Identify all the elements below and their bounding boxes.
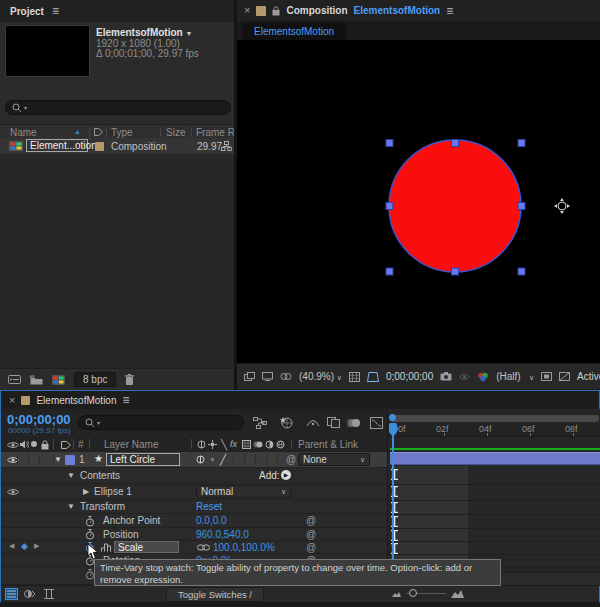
pixel-aspect-icon[interactable] — [541, 372, 552, 381]
close-icon[interactable]: × — [9, 395, 15, 406]
timeline-search-input[interactable]: ▾ — [78, 415, 244, 430]
expand-transform-triangle[interactable]: ▼ — [67, 502, 75, 511]
frame-blending-icon[interactable] — [327, 417, 340, 428]
project-item-title[interactable]: ElementsofMotion ▼ — [96, 27, 192, 38]
timeline-zoom-slider-knob[interactable] — [409, 589, 417, 597]
panel-menu-icon[interactable]: ≡ — [122, 394, 129, 406]
layer-collapse-switch[interactable] — [208, 455, 217, 464]
project-item-row[interactable]: Element...otion Composition 29.97 — [0, 138, 234, 154]
item-thumbnail[interactable] — [5, 25, 90, 77]
layer-duration-bar[interactable] — [390, 452, 600, 465]
property-name-selected[interactable]: Scale — [114, 541, 179, 553]
current-time-indicator-head[interactable] — [388, 423, 398, 438]
tag-column-icon[interactable] — [94, 128, 103, 136]
label-color-swatch[interactable] — [95, 142, 104, 151]
expand-ellipse-triangle[interactable]: ▶ — [83, 487, 89, 496]
view-options-icon[interactable] — [280, 372, 292, 381]
composition-viewer[interactable] — [237, 40, 600, 363]
layer-shy-switch[interactable] — [196, 455, 205, 464]
column-name[interactable]: Name — [10, 127, 37, 138]
magnification-select[interactable]: (40.9%) ∨ — [299, 371, 342, 382]
layer-quality-switch[interactable]: ╱ — [220, 454, 226, 465]
panel-menu-icon[interactable]: ≡ — [446, 5, 453, 17]
layer-row-left-circle[interactable]: ▼ 1 ★ Left Circle ╱ @ None ∨ — [1, 452, 387, 468]
expression-pickwhip-icon[interactable]: @ — [306, 515, 316, 526]
keyframe-nav-left-icon[interactable]: ◀ — [9, 542, 14, 550]
grid-guides-icon[interactable] — [349, 372, 360, 382]
sort-ascending-icon[interactable]: ▲ — [74, 128, 81, 135]
toggle-switches-modes-button[interactable]: Toggle Switches / Modes — [166, 587, 264, 602]
parent-select[interactable]: None ∨ — [298, 453, 370, 466]
stopwatch-icon[interactable] — [85, 529, 95, 540]
column-type[interactable]: Type — [111, 127, 133, 138]
parent-link-column[interactable]: Parent & Link — [298, 439, 358, 450]
transform-group-row[interactable]: ▼ Transform Reset — [1, 500, 387, 514]
expand-in-out-button[interactable] — [43, 589, 55, 599]
property-value[interactable]: 100.0,100.0% — [213, 542, 275, 553]
always-preview-icon[interactable] — [244, 372, 255, 381]
blend-mode-select[interactable]: Normal ∨ — [196, 485, 291, 498]
zoom-in-mountain-icon[interactable] — [451, 589, 464, 598]
camera-view-select[interactable]: Active C — [577, 371, 600, 382]
property-name: Position — [103, 529, 139, 540]
composition-flowchart-icon[interactable] — [253, 417, 267, 429]
layer-label-swatch[interactable] — [65, 455, 75, 465]
transform-reset-button[interactable]: Reset — [196, 501, 222, 512]
lock-icon[interactable] — [272, 6, 280, 16]
panel-menu-icon[interactable]: ≡ — [52, 5, 59, 17]
add-property-button[interactable]: ▶ — [281, 470, 291, 480]
layer-name-field[interactable]: Left Circle — [106, 453, 180, 466]
ellipse-eye-icon[interactable] — [7, 488, 19, 496]
expression-pickwhip-icon[interactable]: @ — [306, 529, 316, 540]
show-snapshot-icon[interactable] — [459, 373, 470, 381]
close-icon[interactable]: × — [244, 5, 250, 16]
draft-3d-icon[interactable] — [279, 416, 293, 429]
constrain-proportions-link-icon[interactable] — [197, 544, 210, 551]
resolution-select[interactable]: (Half) ∨ — [496, 371, 534, 382]
shy-layers-icon[interactable] — [306, 419, 320, 427]
scale-row[interactable]: ◀ ◆ ▶ Scale 100.0,100.0% @ — [1, 541, 387, 554]
expand-layer-switches-button[interactable] — [5, 588, 18, 600]
keyframe-nav-right-icon[interactable]: ▶ — [34, 542, 39, 550]
item-name-field[interactable]: Element...otion — [26, 139, 88, 152]
zoom-out-mountain-icon[interactable] — [392, 591, 401, 597]
bit-depth-button[interactable]: 8 bpc — [74, 372, 116, 387]
work-area-bar[interactable] — [390, 415, 599, 422]
snapshot-camera-icon[interactable] — [440, 372, 452, 381]
project-tab[interactable]: Project — [10, 6, 44, 17]
ellipse-group-row[interactable]: ▶ Ellipse 1 Normal ∨ — [1, 484, 387, 500]
viewer-tab[interactable]: ElementsofMotion — [242, 23, 346, 40]
property-value[interactable]: 0.0,0.0 — [196, 515, 227, 526]
include-in-graph-icon[interactable] — [101, 543, 112, 552]
parent-pickwhip-icon[interactable]: @ — [286, 454, 296, 465]
expand-contents-triangle[interactable]: ▼ — [67, 471, 75, 480]
channels-icon[interactable] — [477, 372, 489, 382]
fast-previews-icon[interactable] — [559, 372, 570, 381]
trash-icon[interactable] — [125, 374, 134, 385]
position-row[interactable]: Position 960.0,540.0 @ — [1, 528, 387, 541]
stopwatch-icon[interactable] — [85, 516, 95, 527]
layer-name-column[interactable]: Layer Name — [104, 439, 158, 450]
project-search-input[interactable]: ▾ — [5, 100, 231, 115]
time-ruler[interactable]: 00f 02f 04f 06f 08f — [388, 423, 600, 437]
project-list-empty-area[interactable] — [0, 154, 234, 368]
motion-blur-icon[interactable] — [347, 418, 361, 428]
column-size[interactable]: Size — [166, 127, 185, 138]
new-folder-icon[interactable] — [30, 375, 43, 385]
keyframe-nav-diamond-icon[interactable]: ◆ — [21, 541, 28, 551]
anchor-point-row[interactable]: Anchor Point 0.0,0.0 @ — [1, 514, 387, 528]
region-of-interest-icon[interactable] — [367, 372, 379, 382]
property-value[interactable]: 960.0,540.0 — [196, 529, 249, 540]
timeline-tab[interactable]: ElementsofMotion — [36, 395, 116, 406]
expand-layer-triangle[interactable]: ▼ — [54, 455, 62, 464]
current-timecode[interactable]: 0;00;00;00 — [7, 412, 71, 427]
expression-pickwhip-icon[interactable]: @ — [306, 542, 316, 553]
new-composition-icon[interactable] — [52, 375, 65, 385]
interpret-footage-icon[interactable] — [8, 375, 21, 384]
viewer-timecode[interactable]: 0;00;00;00 — [386, 371, 433, 382]
work-area-start-handle[interactable] — [389, 414, 396, 421]
monitor-icon[interactable] — [262, 372, 273, 381]
graph-editor-icon[interactable] — [370, 417, 383, 429]
expand-transfer-controls-button[interactable] — [24, 589, 36, 599]
contents-group-row[interactable]: ▼ Contents Add: ▶ — [1, 468, 387, 484]
